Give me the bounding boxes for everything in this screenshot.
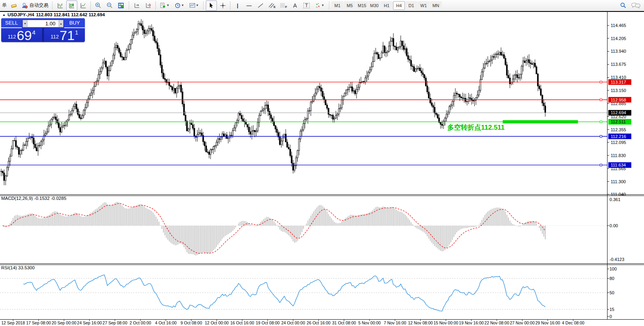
sell-button[interactable]: SELL <box>1 18 22 28</box>
svg-text:27 Sep 08:00: 27 Sep 08:00 <box>103 320 128 325</box>
toolbar-separator <box>155 1 156 10</box>
svg-text:19 Nov 16:00: 19 Nov 16:00 <box>459 320 484 325</box>
svg-text:17 Sep 08:00: 17 Sep 08:00 <box>26 320 51 325</box>
chart-shift-button[interactable] <box>131 0 142 11</box>
fibonacci-button[interactable]: F <box>278 0 289 11</box>
svg-text:113.410: 113.410 <box>611 75 626 80</box>
search-button[interactable] <box>617 0 629 11</box>
label-button[interactable]: T <box>301 0 312 11</box>
channel-button[interactable]: E <box>266 0 278 11</box>
chevron-down-icon: ▼ <box>321 4 324 7</box>
vertical-line-button[interactable]: | <box>232 0 243 11</box>
svg-text:0.00: 0.00 <box>610 223 618 228</box>
svg-text:112.958: 112.958 <box>611 98 626 102</box>
buy-button[interactable]: BUY <box>64 18 85 28</box>
templates-button[interactable]: ▼ <box>187 0 201 11</box>
collapse-triangle-icon[interactable]: ▲ <box>2 13 6 17</box>
timeframe-button-H4[interactable]: H4 <box>393 1 405 10</box>
svg-text:4 Oct 16:00: 4 Oct 16:00 <box>155 320 176 325</box>
toolbar-drag-handle[interactable] <box>328 2 330 10</box>
autotrade-icon <box>21 2 28 9</box>
autotrade-label: 自动交易 <box>29 2 48 9</box>
arrows-button[interactable]: ▼ <box>312 0 327 11</box>
svg-text:29 Nov 16:00: 29 Nov 16:00 <box>535 320 560 325</box>
cursor-button[interactable] <box>206 0 217 11</box>
svg-text:15: 15 <box>610 307 614 312</box>
svg-text:12 Oct 00:00: 12 Oct 00:00 <box>205 320 229 325</box>
toolbar-drag-handle[interactable] <box>202 2 205 10</box>
toolbar: 单 自动交易 <box>0 0 644 11</box>
svg-text:24 Oct 00:00: 24 Oct 00:00 <box>281 320 305 325</box>
timeframe-button-M1[interactable]: M1 <box>332 1 343 10</box>
svg-text:112.694: 112.694 <box>611 110 626 115</box>
horizontal-line-button[interactable]: — <box>243 0 255 11</box>
timeframe-button-W1[interactable]: W1 <box>418 1 429 10</box>
timeframe-button-M15[interactable]: M15 <box>356 1 368 10</box>
zoom-in-button[interactable] <box>92 0 104 11</box>
toolbar-drag-handle[interactable] <box>51 2 54 10</box>
new-order-button[interactable]: 单 <box>1 1 8 10</box>
svg-text:26 Oct 16:00: 26 Oct 16:00 <box>307 320 330 325</box>
timeframe-button-M5[interactable]: M5 <box>344 1 356 10</box>
sell-price-figure: 112 <box>8 34 16 40</box>
chat-button[interactable] <box>629 0 643 11</box>
timeframe-button-H1[interactable]: H1 <box>381 1 393 10</box>
svg-text:112.511: 112.511 <box>611 119 626 124</box>
periods-button[interactable]: ▼ <box>172 0 186 11</box>
bar-chart-button[interactable] <box>55 0 66 11</box>
mt4-application: 单 自动交易 <box>0 0 644 326</box>
trendline-button[interactable] <box>255 0 266 11</box>
macd-indicator-label: MACD(12,26,9) -0.1532 -0.0285 <box>1 196 66 201</box>
svg-text:80: 80 <box>610 276 614 281</box>
svg-text:-0.4123: -0.4123 <box>610 257 624 262</box>
one-click-trading-panel: SELL ▼ ▲ BUY 112 69 4 112 71 1 <box>1 18 85 42</box>
buy-price-figure: 112 <box>51 34 59 40</box>
svg-text:31 Oct 08:00: 31 Oct 08:00 <box>332 320 356 325</box>
chart-canvas[interactable]: 114.465114.205113.940113.675113.410113.1… <box>0 11 644 326</box>
svg-text:114.465: 114.465 <box>611 23 626 28</box>
svg-text:4 Dec 08:00: 4 Dec 08:00 <box>562 320 585 325</box>
svg-text:2 Oct 00:00: 2 Oct 00:00 <box>130 320 151 325</box>
volume-decrease-button[interactable]: ▼ <box>23 20 27 27</box>
sell-price-pip: 4 <box>32 29 35 36</box>
svg-text:0: 0 <box>610 314 612 319</box>
chevron-down-icon: ▼ <box>196 4 199 7</box>
timeframe-button-MN[interactable]: MN <box>430 1 442 10</box>
indicators-button[interactable]: ▼ <box>157 0 172 11</box>
svg-text:27 Nov 00:00: 27 Nov 00:00 <box>510 320 535 325</box>
chart-autoscroll-button[interactable] <box>143 0 154 11</box>
buy-price-button[interactable]: 112 71 1 <box>44 28 85 42</box>
tile-windows-button[interactable] <box>115 0 126 11</box>
svg-text:12 Sep 2018: 12 Sep 2018 <box>1 320 25 325</box>
timeframe-button-D1[interactable]: D1 <box>405 1 417 10</box>
text-button[interactable]: A <box>289 0 301 11</box>
svg-text:24 Sep 16:00: 24 Sep 16:00 <box>77 320 102 325</box>
svg-text:22 Nov 08:00: 22 Nov 08:00 <box>485 320 510 325</box>
autotrade-button[interactable]: 自动交易 <box>20 1 50 10</box>
svg-text:113.940: 113.940 <box>611 49 626 54</box>
channel-e-glyph: E <box>274 5 276 9</box>
svg-text:19 Oct 08:00: 19 Oct 08:00 <box>256 320 280 325</box>
timeframe-button-M30[interactable]: M30 <box>368 1 380 10</box>
crosshair-button[interactable] <box>217 0 228 11</box>
sell-price-big: 69 <box>17 29 32 41</box>
volume-stepper: ▼ ▲ <box>23 19 63 28</box>
buy-price-big: 71 <box>59 29 75 41</box>
svg-text:5 Nov 00:00: 5 Nov 00:00 <box>358 320 381 325</box>
candlestick-chart-button[interactable] <box>66 0 77 11</box>
chart-window: 114.465114.205113.940113.675113.410113.1… <box>0 11 644 326</box>
trade-panel-prices: 112 69 4 112 71 1 <box>1 28 85 42</box>
rsi-indicator-label: RSI(14) 33.5300 <box>1 265 34 270</box>
pivot-annotation-text[interactable]: 多空转折点112.511 <box>447 123 505 132</box>
zoom-out-button[interactable] <box>104 0 115 11</box>
line-chart-button[interactable] <box>78 0 89 11</box>
svg-text:114.205: 114.205 <box>611 36 626 41</box>
volume-increase-button[interactable]: ▲ <box>59 20 63 27</box>
svg-text:15 Nov 00:00: 15 Nov 00:00 <box>433 320 458 325</box>
sell-price-button[interactable]: 112 69 4 <box>1 28 42 42</box>
chevron-down-icon: ▼ <box>181 4 184 7</box>
toolbar-drag-handle[interactable] <box>128 2 130 10</box>
gold-seal-icon[interactable] <box>8 0 19 11</box>
svg-text:111.830: 111.830 <box>611 153 626 158</box>
volume-input[interactable] <box>27 20 58 27</box>
